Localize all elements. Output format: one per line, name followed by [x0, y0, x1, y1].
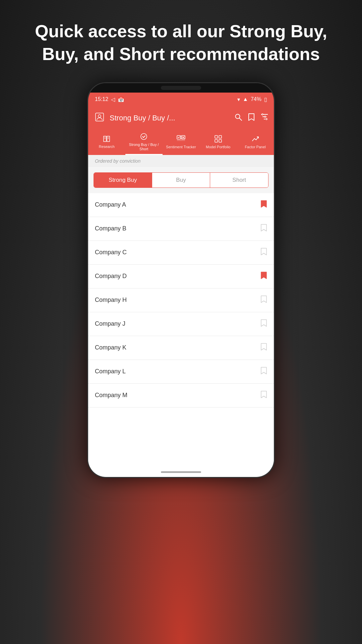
svg-point-9 [266, 118, 267, 120]
strong-buy-tab-label: Strong Buy / Buy / Short [127, 143, 161, 151]
status-left: 15:12 ◁ 📅 [95, 96, 124, 103]
signal-icon: ▲ [243, 96, 248, 102]
nav-icon: ◁ [111, 96, 115, 103]
app-bar-actions [234, 113, 268, 123]
company-name: Company D [95, 273, 127, 280]
svg-line-3 [239, 118, 242, 120]
time-display: 15:12 [95, 96, 108, 102]
company-name: Company B [95, 225, 126, 232]
bookmark-button[interactable] [248, 113, 255, 123]
phone-notch [88, 83, 274, 93]
bookmark-empty-icon[interactable] [260, 319, 267, 329]
svg-point-14 [141, 133, 147, 140]
company-item[interactable]: Company C [88, 241, 274, 265]
company-name: Company M [95, 392, 127, 399]
content-area: Ordered by conviction Strong Buy Buy Sho… [88, 155, 274, 467]
tab-strong-buy[interactable]: Strong Buy / Buy / Short [125, 130, 163, 155]
search-button[interactable] [234, 113, 242, 123]
nav-tabs: Research Strong Buy / Buy / Short [88, 130, 274, 155]
tab-model-portfolio[interactable]: Model Portfolio [199, 130, 237, 155]
sentiment-tab-label: Sentiment Tracker [166, 145, 196, 149]
strong-buy-tab-icon [140, 133, 147, 141]
phone-bottom [88, 467, 274, 477]
tab-selector: Strong Buy Buy Short [94, 172, 268, 188]
company-item[interactable]: Company A [88, 193, 274, 217]
tab-buy-option[interactable]: Buy [152, 173, 210, 187]
bookmark-empty-icon[interactable] [260, 224, 267, 234]
wifi-icon: ▾ [237, 96, 240, 103]
app-title: Strong Buy / Buy /... [110, 114, 230, 122]
tab-research[interactable]: Research [88, 130, 125, 155]
company-item[interactable]: Company K [88, 336, 274, 360]
bookmark-empty-icon[interactable] [260, 295, 267, 305]
bookmark-filled-icon[interactable] [260, 271, 267, 281]
company-name: Company K [95, 344, 126, 351]
page-headline: Quick access to all our Strong Buy, Buy,… [0, 0, 362, 82]
company-item[interactable]: Company H [88, 288, 274, 312]
svg-point-7 [262, 114, 263, 115]
calendar-icon: 📅 [118, 96, 124, 103]
company-item[interactable]: Company B [88, 217, 274, 241]
sentiment-tab-icon [177, 135, 185, 144]
research-tab-icon [103, 136, 110, 143]
company-name: Company J [95, 320, 125, 327]
bookmark-empty-icon[interactable] [260, 367, 267, 377]
status-right: ▾ ▲ 74% ▯ [237, 96, 267, 103]
company-name: Company C [95, 249, 127, 256]
company-name: Company L [95, 368, 126, 375]
filter-button[interactable] [260, 113, 268, 123]
research-tab-label: Research [99, 145, 115, 149]
model-portfolio-tab-icon [215, 135, 222, 144]
app-bar: Strong Buy / Buy /... [88, 106, 274, 130]
svg-rect-22 [215, 140, 218, 142]
svg-point-1 [98, 115, 101, 117]
company-name: Company A [95, 201, 126, 208]
bookmark-empty-icon[interactable] [260, 248, 267, 258]
factor-panel-tab-label: Factor Panel [245, 145, 265, 149]
profile-icon[interactable] [94, 113, 106, 123]
tab-strong-buy-option[interactable]: Strong Buy [94, 173, 152, 187]
conviction-label: Ordered by conviction [88, 155, 274, 167]
phone-shell: 15:12 ◁ 📅 ▾ ▲ 74% ▯ Strong Buy / Buy /..… [87, 82, 275, 478]
factor-panel-tab-icon [252, 135, 259, 144]
svg-point-8 [264, 116, 266, 117]
svg-rect-20 [215, 136, 218, 138]
battery-icon: ▯ [264, 96, 267, 103]
home-bar [161, 471, 201, 473]
battery-display: 74% [251, 96, 261, 102]
company-item[interactable]: Company L [88, 360, 274, 384]
bookmark-empty-icon[interactable] [260, 390, 267, 400]
bookmark-empty-icon[interactable] [260, 343, 267, 353]
model-portfolio-tab-label: Model Portfolio [206, 145, 230, 149]
svg-rect-23 [219, 140, 222, 142]
tab-sentiment[interactable]: Sentiment Tracker [163, 130, 200, 155]
speaker [161, 86, 201, 90]
company-name: Company H [95, 297, 127, 304]
company-list: Company A Company B Company C Company D … [88, 193, 274, 467]
status-bar: 15:12 ◁ 📅 ▾ ▲ 74% ▯ [88, 93, 274, 106]
tab-factor-panel[interactable]: Factor Panel [237, 130, 274, 155]
svg-rect-21 [219, 136, 222, 138]
tab-short-option[interactable]: Short [210, 173, 268, 187]
company-item[interactable]: Company J [88, 312, 274, 336]
company-item[interactable]: Company M [88, 384, 274, 408]
bookmark-filled-icon[interactable] [260, 200, 267, 210]
company-item[interactable]: Company D [88, 265, 274, 288]
